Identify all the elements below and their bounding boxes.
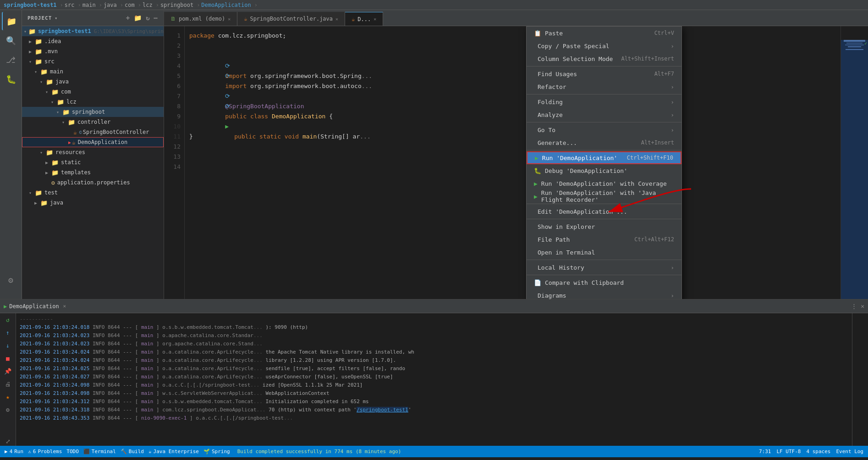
new-folder-icon[interactable]: 📁 [134, 14, 142, 22]
menu-folding[interactable]: Folding › [527, 95, 681, 108]
tree-idea[interactable]: ▶ 📁 .idea [22, 36, 164, 46]
menu-run-flight[interactable]: ▶ Run 'DemoApplication' with 'Java Fligh… [527, 190, 681, 203]
paste-icon: 📋 [534, 30, 541, 37]
menu-generate[interactable]: Generate... Alt+Insert [527, 136, 681, 149]
tree-src[interactable]: ▾ 📁 src [22, 56, 164, 67]
settings-button[interactable]: ⚙ [3, 405, 12, 414]
sidebar-icons[interactable]: + 📁 ↻ ⋯ [126, 14, 158, 22]
menu-paste[interactable]: 📋 Paste Ctrl+V [527, 27, 681, 39]
tab-demo[interactable]: ☕ D... ✕ [345, 12, 383, 26]
menu-file-path[interactable]: File Path Ctrl+Alt+F12 [527, 233, 681, 246]
tab-pom[interactable]: 🗎 pom.xml (demo) ✕ [164, 12, 237, 26]
new-file-icon[interactable]: + [126, 14, 130, 22]
status-spring[interactable]: 🌱 Spring [203, 449, 230, 454]
tree-application-properties[interactable]: ⚙ application.properties [22, 177, 164, 188]
clipboard-icon: 📄 [534, 279, 541, 286]
rerun-button[interactable]: ↺ [3, 315, 12, 324]
activity-explorer[interactable]: 📁 [2, 12, 20, 30]
refresh-icon[interactable]: ↻ [146, 14, 150, 22]
sep-4 [527, 150, 681, 150]
tree-templates[interactable]: ▶ 📁 templates [22, 167, 164, 177]
tree-static[interactable]: ▶ 📁 static [22, 157, 164, 167]
menu-edit-config[interactable]: Edit 'DemoApplication'... [527, 205, 681, 218]
tree-java2[interactable]: ▶ 📁 java [22, 198, 164, 208]
reload-icon-2: ⟳ [225, 72, 230, 79]
tree-root[interactable]: ▾ 📁 springboot-test1 G:\IDEA\S3\Spring\s… [22, 26, 164, 36]
bookmark-button[interactable]: ★ [3, 392, 12, 401]
menu-column-selection[interactable]: Column Selection Mode Alt+Shift+Insert [527, 52, 681, 65]
run-tab-label: DemoApplication [9, 303, 59, 310]
tab-demo-close[interactable]: ✕ [374, 17, 376, 22]
sep-7 [527, 260, 681, 260]
collapse-icon[interactable]: ⋯ [154, 14, 158, 22]
activity-extensions[interactable]: ⚙ [2, 271, 20, 289]
menu-run-coverage-label: Run 'DemoApplication' with Coverage [541, 180, 667, 187]
down-button[interactable]: ↓ [3, 341, 12, 350]
print-button[interactable]: 🖨 [3, 379, 12, 388]
right-gutter [852, 313, 868, 446]
tab-pom-close[interactable]: ✕ [228, 17, 231, 22]
activity-git[interactable]: ⎇ [2, 50, 20, 69]
menu-debug-label: Debug 'DemoApplication' [545, 167, 627, 174]
menu-debug[interactable]: 🐛 Debug 'DemoApplication' [527, 164, 681, 177]
log-line-12: 2021-09-16 21:03:24.318 INFO 8644 --- [ … [20, 406, 848, 414]
status-java-enterprise[interactable]: ☕ Java Enterprise [148, 449, 199, 454]
tree-springboot[interactable]: ▾ 📁 springboot [22, 107, 164, 117]
menu-refactor-label: Refactor [538, 83, 566, 90]
run-tab[interactable]: ▶ DemoApplication ✕ [4, 303, 66, 310]
log-area[interactable]: ----------- 2021-09-16 21:03:24.018 INFO… [16, 313, 852, 446]
menu-goto[interactable]: Go To › [527, 123, 681, 136]
project-name[interactable]: springboot-test1 [4, 2, 57, 8]
menu-diagrams[interactable]: Diagrams › [527, 289, 681, 299]
menu-refactor[interactable]: Refactor › [527, 80, 681, 93]
menu-run[interactable]: ▶ Run 'DemoApplication' Ctrl+Shift+F10 [527, 151, 681, 164]
breadcrumb-file[interactable]: DemoApplication [201, 2, 251, 8]
menu-compare-clipboard[interactable]: 📄 Compare with Clipboard [527, 276, 681, 289]
run-tab-close[interactable]: ✕ [63, 303, 66, 309]
menu-open-terminal[interactable]: Open in Terminal [527, 246, 681, 259]
tree-springbootcontroller[interactable]: ☕ © SpringBootController [22, 127, 164, 137]
tree-resources[interactable]: ▾ 📁 resources [22, 147, 164, 157]
menu-compare-clipboard-label: Compare with Clipboard [545, 279, 624, 286]
status-event-log[interactable]: Event Log [836, 449, 863, 454]
status-problems[interactable]: ⚠ 6 Problems [28, 449, 62, 454]
tree-lcz[interactable]: ▾ 📁 lcz [22, 97, 164, 107]
menu-copy-paste-special[interactable]: Copy / Paste Special › [527, 39, 681, 52]
menu-generate-shortcut: Alt+Insert [641, 139, 674, 146]
status-build[interactable]: 🔨 Build [121, 449, 144, 454]
run-icon[interactable]: ▶ [225, 123, 229, 130]
tree-main[interactable]: ▾ 📁 main [22, 67, 164, 77]
menu-analyze[interactable]: Analyze › [527, 108, 681, 121]
tab-controller[interactable]: ☕ SpringBootController.java ✕ [237, 12, 345, 26]
pin-button[interactable]: 📌 [3, 366, 12, 376]
minimap-line-3 [845, 44, 864, 45]
menu-local-history[interactable]: Local History › [527, 261, 681, 274]
status-terminal[interactable]: ⬛ Terminal [83, 449, 116, 454]
menu-find-usages[interactable]: Find Usages Alt+F7 [527, 67, 681, 80]
tree-controller[interactable]: ▾ 📁 controller [22, 117, 164, 127]
activity-search[interactable]: 🔍 [2, 31, 20, 50]
activity-debug[interactable]: 🐛 [2, 70, 20, 88]
tab-controller-close[interactable]: ✕ [335, 17, 338, 22]
expand-button[interactable]: ⤢ [3, 437, 12, 446]
code-area[interactable]: package com.lcz.springboot; ⟳ import org… [185, 26, 841, 299]
tree-java[interactable]: ▾ 📁 java [22, 77, 164, 87]
editor-content: 1 2 3 4 5 6 7 8 9 10 11 12 13 14 package… [164, 26, 868, 299]
status-run[interactable]: ▶ 4 Run [5, 449, 23, 454]
status-indent[interactable]: 4 spaces [806, 449, 830, 454]
bottom-icon-close[interactable]: ✕ [861, 303, 864, 310]
log-line-11: 2021-09-16 21:03:24.312 INFO 8644 --- [ … [20, 398, 848, 406]
status-todo[interactable]: TODO [66, 449, 79, 454]
minimap-line-4 [848, 46, 862, 47]
menu-show-explorer[interactable]: Show in Explorer [527, 220, 681, 233]
menu-run-coverage[interactable]: ▶ Run 'DemoApplication' with Coverage [527, 177, 681, 190]
stop-button[interactable]: ■ [3, 354, 12, 363]
tree-demoapplication[interactable]: ▶ ☕ DemoApplication [22, 137, 164, 147]
bottom-icon-dots[interactable]: ⋮ [851, 303, 857, 310]
tree-mvn[interactable]: ▶ 📁 .mvn [22, 46, 164, 56]
status-encoding[interactable]: LF UTF-8 [776, 449, 801, 454]
tree-com[interactable]: ▾ 📁 com [22, 87, 164, 97]
up-button[interactable]: ↑ [3, 328, 12, 337]
status-position[interactable]: 7:31 [759, 449, 771, 454]
tree-test[interactable]: ▾ 📁 test [22, 188, 164, 198]
